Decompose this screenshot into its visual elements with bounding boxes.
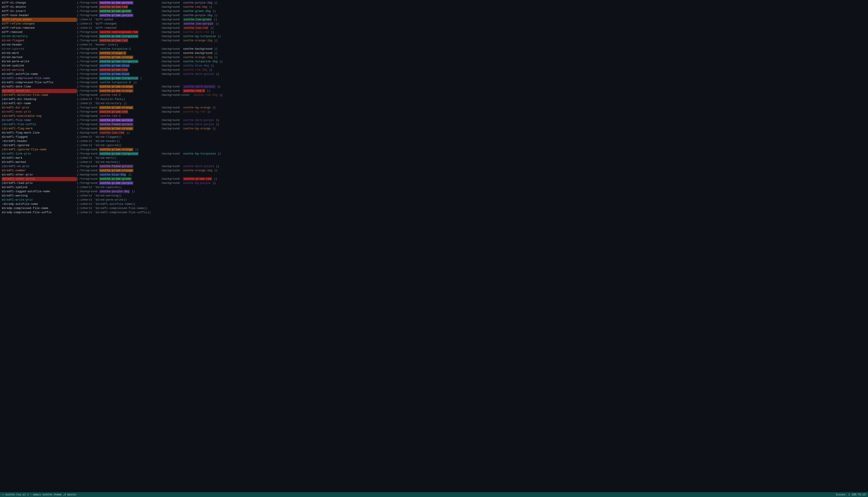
face-property: (:foreground soothe-prime-blue [77, 64, 161, 68]
face-property: (:foreground soothe-prime-turquoise ) [77, 76, 161, 81]
face-background: :background soothe-low-red )) [161, 26, 249, 30]
face-name: diff-refine-added [2, 18, 77, 22]
table-row: dired-warning(:foreground soothe-prime-r… [0, 68, 868, 72]
table-row: diff-refine-changed(:inherit 'diff-chang… [0, 22, 868, 26]
table-row: diredfl-write-priv(:inherit 'dired-perm-… [0, 198, 868, 202]
face-property: (:inherit 'header-line)) [77, 43, 161, 47]
face-token: soothe-prime-blue [99, 64, 130, 67]
face-background: :background soothe-bg-purple )) [161, 181, 249, 185]
face-background: :background soothe-bg-turquoise )) [161, 34, 249, 39]
face-token: soothe-prime-orange [99, 56, 133, 59]
face-name: diredp-compressed-file-name [2, 207, 77, 211]
face-background: :background soothe-red-3 )) [161, 89, 249, 93]
status-lambda: λ [27, 493, 29, 496]
status-project: emacs-soothe-theme [33, 493, 61, 496]
bg-value: soothe-background [183, 47, 212, 51]
bg-value: soothe-background [183, 52, 212, 55]
face-token: soothe-faded-purple [99, 165, 133, 168]
table-row: (diredfl-ignored-file-name(:foreground s… [0, 148, 868, 152]
table-row: diredfl-number(:foreground soothe-prime-… [0, 169, 868, 173]
face-token: soothe-prime-purple [99, 181, 133, 185]
table-row: diff-removed(:foreground soothe-overexpo… [0, 30, 868, 34]
status-bar: ⊙ soothe-tva.el λ • emacs-soothe-theme ⎇… [0, 492, 868, 497]
table-row: :diredp-autofile-name(:inherit 'diredfl-… [0, 202, 868, 207]
face-property: (:inherit 'diff-changed [77, 22, 161, 26]
face-property: (:foreground soothe-prime-orange [77, 89, 161, 93]
face-token: soothe-prime-orange [99, 148, 133, 151]
table-row: diredfl-compressed-file-name(:foreground… [0, 76, 868, 81]
bg-value: soothe-purple-1bg [183, 1, 212, 4]
face-property: (:inherit 'diredfl-autofile-name)) [77, 202, 161, 207]
table-row: (diredfl-flag-mark(:foreground soothe-pr… [0, 127, 868, 131]
face-background: :background soothe-dark-purple )) [161, 118, 249, 123]
face-token: soothe-prime-red [99, 110, 128, 113]
face-name: diredfl-other-priv2 [2, 177, 77, 181]
face-token: soothe-prime-turquoise [99, 152, 139, 155]
status-branch-icon: ⎇ [63, 493, 66, 496]
table-row: diredfl-tagged-autofile-name(:background… [0, 189, 868, 194]
face-name: diff-removed [2, 30, 77, 34]
bg-value: soothe-low-purple [183, 22, 214, 25]
face-property: (:foreground soothe-faded-purple [77, 123, 161, 127]
face-token: soothe-blue-5bg [99, 173, 126, 176]
face-name: diredfl-compressed-file-name [2, 76, 77, 81]
face-property: (:inherit 'dired-header)) [77, 139, 161, 143]
face-property: (:foreground soothe-prime-orange )) [77, 148, 161, 152]
face-property: (:inherit 'dired-symlink)) [77, 185, 161, 189]
face-background: :background soothe-bg-orange )) [161, 127, 249, 131]
face-background: :background soothe-bg-orange )) [161, 106, 249, 110]
bg-value: soothe-dark-red [183, 30, 209, 34]
face-property: (:foreground soothe-turquoise-0 )) [77, 81, 161, 85]
face-name: (diredfl-deletion-file-name [2, 93, 77, 97]
face-background: :background soothe-bg-turquoise )) [161, 152, 249, 156]
bg-value: soothe-turquoise-1bg [183, 60, 217, 63]
table-row: diff-refine-removed(:inherit 'diff-remov… [0, 26, 868, 30]
table-row: diredfl-deletion(:foreground soothe-prim… [0, 89, 868, 93]
bg-value: soothe-red-2bg [183, 68, 207, 71]
table-row: dired-directory(:foreground soothe-prime… [0, 34, 868, 39]
bg-value: soothe-orange-1bg [183, 56, 212, 59]
face-name: diff-hl-insert [2, 9, 77, 13]
face-name: diredfl-autofile-name [2, 72, 77, 76]
face-token: soothe-turquoise-1 [99, 47, 131, 51]
face-token: soothe-overexposed-red [99, 30, 139, 34]
face-property: (:inherit 'diff-added [77, 18, 161, 22]
face-property: (:inherit 'dired-perm-write)) [77, 198, 161, 202]
face-name: diredfl-warning [2, 194, 77, 198]
face-name: diredfl-compressed-file-suffix [2, 81, 77, 85]
face-property: (:inherit 'diff-removed [77, 26, 161, 30]
face-background: :background soothe-green-2bg )) [161, 9, 249, 13]
face-name: diredfl-link-priv [2, 152, 77, 156]
face-name: (diredfl-flag-mark [2, 127, 77, 131]
face-token: soothe-prime-orange [99, 169, 133, 172]
face-property: (:foreground soothe-red-3 [77, 93, 161, 97]
face-property: (:inherit 'dired-directory )) [77, 101, 161, 106]
face-background: :background soothe-red-2bg )) [161, 68, 249, 72]
face-token: soothe-faded-purple [99, 123, 133, 126]
face-token: soothe-purple-3bg [99, 190, 130, 193]
face-token: soothe-turquoise-0 [99, 81, 131, 84]
face-token: soothe-prime-orange [99, 106, 133, 109]
status-filename: soothe-tva.el [5, 493, 26, 496]
face-token: soothe-prime-turquoise [99, 76, 139, 80]
face-property: (:foreground soothe-prime-green [77, 9, 161, 13]
table-row: diredfl-autofile-name(:foreground soothe… [0, 72, 868, 76]
face-name: dired-mark [2, 51, 77, 55]
face-property: (:inherit 'dired-ignored)) [77, 143, 161, 148]
table-row: diff-refine-added(:inherit 'diff-added:b… [0, 18, 868, 22]
bg-value: soothe-green-2bg [183, 10, 211, 13]
bg-value: soothe-low-red [183, 26, 209, 30]
bg-value: soothe-bg-orange [183, 127, 211, 130]
table-row: diff-hl-change(:foreground soothe-prime-… [0, 1, 868, 5]
bg-value: soothe-bg-red [183, 110, 205, 113]
face-background: :background soothe-red-1bg )) [161, 5, 249, 9]
face-name: diff-hl-delete [2, 5, 77, 9]
face-name: diredfl-file-name [2, 118, 77, 123]
face-property: (:foreground soothe-prime-purple [77, 13, 161, 18]
face-token: soothe-low-red [99, 131, 125, 134]
face-name: diredfl-deletion [2, 89, 77, 93]
face-name: diredfl-date-time [2, 85, 77, 89]
bg-value: soothe-bg-orange [183, 106, 211, 109]
face-name: diff-refine-changed [2, 22, 77, 26]
face-property: (:foreground soothe-orange-2 [77, 51, 161, 55]
